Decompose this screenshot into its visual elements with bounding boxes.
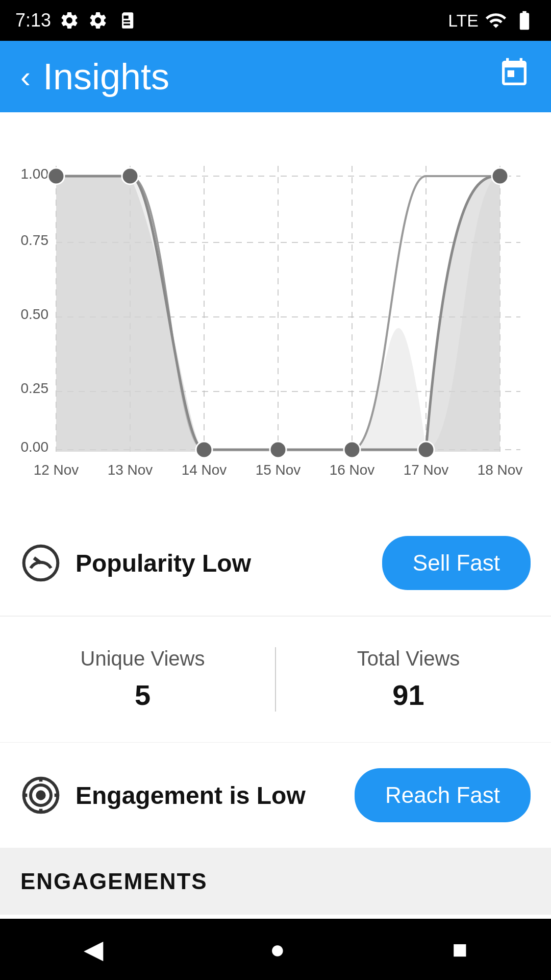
svg-text:1.00: 1.00 bbox=[21, 166, 49, 182]
svg-text:0.00: 0.00 bbox=[21, 439, 49, 455]
svg-point-21 bbox=[344, 442, 360, 458]
gauge-icon bbox=[20, 543, 61, 583]
engagement-title: Engagement is Low bbox=[76, 781, 306, 810]
popularity-title: Popularity Low bbox=[76, 549, 251, 577]
lte-label: LTE bbox=[448, 11, 479, 31]
unique-views-label: Unique Views bbox=[81, 647, 205, 670]
sell-fast-button[interactable]: Sell Fast bbox=[382, 536, 531, 590]
total-views-label: Total Views bbox=[357, 647, 460, 670]
svg-text:13 Nov: 13 Nov bbox=[108, 462, 153, 478]
svg-text:0.50: 0.50 bbox=[21, 306, 49, 322]
svg-point-23 bbox=[492, 168, 508, 184]
unique-views-stat: Unique Views 5 bbox=[20, 647, 265, 712]
battery-icon bbox=[513, 9, 536, 32]
target-icon bbox=[20, 775, 61, 816]
total-views-stat: Total Views 91 bbox=[286, 647, 531, 712]
svg-point-22 bbox=[418, 442, 434, 458]
status-right: LTE bbox=[448, 9, 536, 32]
time-display: 7:13 bbox=[15, 10, 51, 31]
engagement-row: Engagement is Low Reach Fast bbox=[0, 743, 551, 848]
svg-text:12 Nov: 12 Nov bbox=[34, 462, 79, 478]
page-title: Insights bbox=[43, 56, 169, 97]
app-bar: ‹ Insights bbox=[0, 41, 551, 112]
app-bar-left: ‹ Insights bbox=[20, 56, 169, 97]
svg-text:14 Nov: 14 Nov bbox=[182, 462, 227, 478]
stats-divider bbox=[275, 647, 276, 712]
settings-icon-1 bbox=[59, 10, 80, 31]
svg-text:18 Nov: 18 Nov bbox=[478, 462, 523, 478]
status-bar: 7:13 LTE bbox=[0, 0, 551, 41]
svg-text:0.75: 0.75 bbox=[21, 232, 49, 248]
line-chart: 1.00 0.75 0.50 0.25 0.00 bbox=[20, 143, 531, 490]
popularity-left: Popularity Low bbox=[20, 543, 251, 583]
settings-icon-2 bbox=[88, 10, 108, 31]
calendar-button[interactable] bbox=[498, 57, 531, 96]
engagements-section: ENGAGEMENTS bbox=[0, 848, 551, 915]
engagement-left: Engagement is Low bbox=[20, 775, 306, 816]
popularity-row: Popularity Low Sell Fast bbox=[0, 510, 551, 616]
svg-text:17 Nov: 17 Nov bbox=[404, 462, 449, 478]
unique-views-value: 5 bbox=[135, 678, 151, 712]
recents-nav-button[interactable]: ■ bbox=[452, 935, 467, 964]
svg-text:15 Nov: 15 Nov bbox=[256, 462, 301, 478]
sim-icon bbox=[116, 11, 136, 30]
bottom-nav: ◀ ● ■ bbox=[0, 919, 551, 980]
svg-point-17 bbox=[48, 168, 64, 184]
back-button[interactable]: ‹ bbox=[20, 59, 31, 94]
svg-point-18 bbox=[122, 168, 138, 184]
back-nav-button[interactable]: ◀ bbox=[84, 935, 103, 964]
status-left: 7:13 bbox=[15, 10, 136, 31]
total-views-value: 91 bbox=[392, 678, 424, 712]
home-nav-button[interactable]: ● bbox=[270, 935, 285, 964]
svg-point-19 bbox=[196, 442, 212, 458]
engagements-title: ENGAGEMENTS bbox=[20, 869, 208, 894]
signal-icon bbox=[485, 9, 507, 32]
svg-text:16 Nov: 16 Nov bbox=[330, 462, 375, 478]
svg-point-35 bbox=[37, 792, 44, 798]
svg-point-20 bbox=[270, 442, 286, 458]
stats-row: Unique Views 5 Total Views 91 bbox=[0, 616, 551, 743]
chart-container: 1.00 0.75 0.50 0.25 0.00 bbox=[0, 112, 551, 510]
svg-text:0.25: 0.25 bbox=[21, 380, 49, 396]
reach-fast-button[interactable]: Reach Fast bbox=[355, 768, 531, 822]
